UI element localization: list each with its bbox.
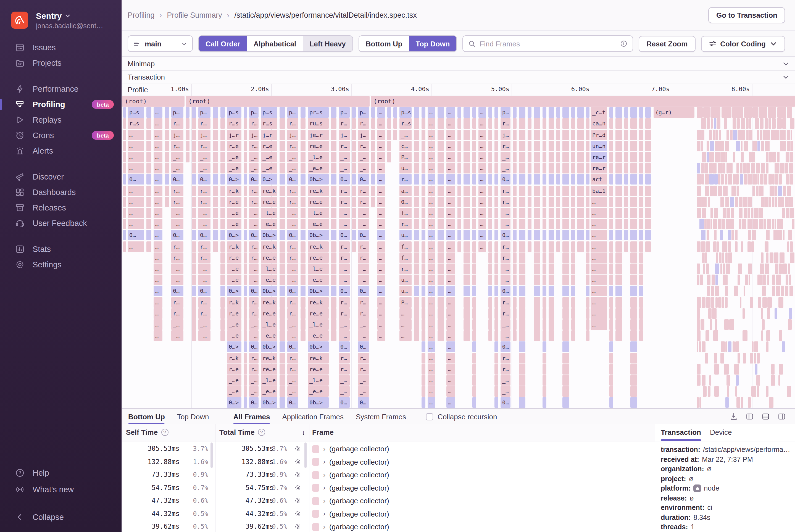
flame-frame-cell[interactable] xyxy=(301,141,305,151)
flame-frame-cell[interactable]: … xyxy=(154,197,163,207)
flame-frame-cell[interactable] xyxy=(221,219,225,229)
flame-frame-cell[interactable] xyxy=(706,264,709,274)
flame-frame-cell[interactable] xyxy=(352,107,356,118)
flame-frame-cell[interactable]: 0… xyxy=(339,397,350,408)
flame-frame-cell[interactable] xyxy=(549,107,554,118)
flame-frame-cell[interactable] xyxy=(754,353,756,363)
flame-frame-cell[interactable] xyxy=(753,141,757,151)
flame-frame-cell[interactable] xyxy=(280,375,285,386)
flame-frame-cell[interactable] xyxy=(543,386,546,397)
flame-frame-cell[interactable] xyxy=(563,386,569,397)
flame-frame-cell[interactable] xyxy=(788,264,790,274)
flame-frame-cell[interactable]: r… xyxy=(500,197,510,207)
flame-frame-cell[interactable] xyxy=(563,152,569,163)
flame-frame-cell[interactable] xyxy=(421,130,425,140)
flame-frame-cell[interactable] xyxy=(472,130,476,140)
flame-frame-cell[interactable] xyxy=(586,242,589,252)
flame-frame-cell[interactable] xyxy=(616,230,622,240)
flame-frame-cell[interactable] xyxy=(414,197,419,207)
flame-frame-cell[interactable] xyxy=(331,297,337,308)
flame-frame-cell[interactable]: r… xyxy=(287,353,298,363)
flame-frame-cell[interactable] xyxy=(331,219,337,229)
flame-frame-cell[interactable]: r… xyxy=(339,197,350,207)
flame-frame-cell[interactable]: _… xyxy=(198,152,210,163)
flame-frame-cell[interactable] xyxy=(717,118,720,129)
flame-frame-cell[interactable]: … xyxy=(478,107,486,118)
flame-frame-cell[interactable] xyxy=(513,264,516,274)
flame-frame-cell[interactable]: Pr…d xyxy=(591,130,607,140)
flame-frame-cell[interactable] xyxy=(616,297,622,308)
flame-frame-cell[interactable] xyxy=(244,308,247,319)
flame-frame-cell[interactable] xyxy=(705,186,709,196)
flame-frame-cell[interactable] xyxy=(123,118,126,129)
flame-frame-cell[interactable]: r…s xyxy=(128,118,144,129)
flame-frame-cell[interactable] xyxy=(706,242,710,252)
flame-frame-cell[interactable] xyxy=(728,252,732,263)
flame-frame-cell[interactable] xyxy=(549,174,554,185)
flame-frame-cell[interactable]: c… xyxy=(399,141,412,151)
flame-frame-cell[interactable]: 0…> xyxy=(227,230,242,240)
flame-frame-cell[interactable] xyxy=(624,197,628,207)
flame-frame-cell[interactable] xyxy=(472,386,476,397)
flame-frame-cell[interactable] xyxy=(146,219,151,229)
flame-frame-cell[interactable] xyxy=(781,286,784,296)
flame-frame-cell[interactable] xyxy=(192,264,196,274)
flame-frame-cell[interactable]: 0… xyxy=(198,286,210,296)
flame-frame-cell[interactable] xyxy=(789,163,793,173)
flame-frame-cell[interactable] xyxy=(513,286,516,296)
flame-frame-cell[interactable]: _… xyxy=(287,386,298,397)
flame-frame-cell[interactable] xyxy=(331,152,337,163)
flame-frame-cell[interactable] xyxy=(352,130,356,140)
flame-frame-cell[interactable] xyxy=(488,330,492,341)
flame-frame-cell[interactable] xyxy=(472,230,476,240)
flame-frame-cell[interactable] xyxy=(301,152,305,163)
flame-frame-cell[interactable] xyxy=(472,286,476,296)
flame-frame-cell[interactable] xyxy=(609,364,613,375)
flame-frame-cell[interactable] xyxy=(494,174,498,185)
flame-frame-cell[interactable]: _… xyxy=(249,219,259,229)
flame-frame-cell[interactable]: … xyxy=(591,297,607,308)
flame-frame-cell[interactable]: … xyxy=(478,197,486,207)
flame-frame-cell[interactable] xyxy=(244,141,247,151)
flame-frame-cell[interactable] xyxy=(701,242,705,252)
flame-frame-cell[interactable] xyxy=(769,397,773,408)
flame-frame-cell[interactable]: 0…> xyxy=(227,174,242,185)
flame-frame-cell[interactable] xyxy=(528,107,531,118)
flame-frame-cell[interactable]: _… xyxy=(358,386,369,397)
flame-frame-cell[interactable] xyxy=(301,219,305,229)
flame-frame-cell[interactable] xyxy=(192,274,196,285)
flame-frame-cell[interactable] xyxy=(571,219,575,229)
flame-frame-cell[interactable] xyxy=(534,319,540,330)
flame-frame-cell[interactable]: 0b…> xyxy=(261,230,277,240)
flame-frame-cell[interactable] xyxy=(755,118,759,129)
flame-frame-cell[interactable]: _… xyxy=(249,330,259,341)
flame-frame-cell[interactable] xyxy=(736,163,739,173)
flame-frame-cell[interactable] xyxy=(549,130,554,140)
flame-frame-cell[interactable] xyxy=(697,308,700,319)
flame-frame-cell[interactable] xyxy=(534,141,540,151)
flame-frame-cell[interactable] xyxy=(753,186,755,196)
flame-frame-cell[interactable] xyxy=(577,219,584,229)
flame-frame-cell[interactable]: r… xyxy=(358,197,369,207)
flame-frame-cell[interactable] xyxy=(513,141,516,151)
flame-frame-cell[interactable] xyxy=(697,107,703,118)
flame-frame-cell[interactable]: … xyxy=(428,308,435,319)
flame-frame-cell[interactable]: … xyxy=(447,219,455,229)
flame-frame-cell[interactable] xyxy=(244,330,247,341)
flame-frame-cell[interactable] xyxy=(472,252,476,263)
flame-frame-cell[interactable] xyxy=(586,297,589,308)
flame-frame-cell[interactable] xyxy=(744,107,753,118)
flame-frame-cell[interactable] xyxy=(571,274,575,285)
flame-frame-cell[interactable] xyxy=(697,264,700,274)
flame-frame-cell[interactable] xyxy=(280,118,285,129)
flame-frame-cell[interactable] xyxy=(213,141,218,151)
flame-frame-cell[interactable]: _… xyxy=(339,375,350,386)
flame-frame-cell[interactable] xyxy=(244,264,247,274)
flame-frame-cell[interactable] xyxy=(543,197,546,207)
flame-frame-cell[interactable] xyxy=(730,197,734,207)
flame-frame-cell[interactable] xyxy=(733,152,735,163)
flame-frame-cell[interactable] xyxy=(710,186,713,196)
flame-frame-cell[interactable] xyxy=(534,274,540,285)
flame-frame-cell[interactable]: re…k xyxy=(261,186,277,196)
flame-frame-cell[interactable] xyxy=(549,141,554,151)
